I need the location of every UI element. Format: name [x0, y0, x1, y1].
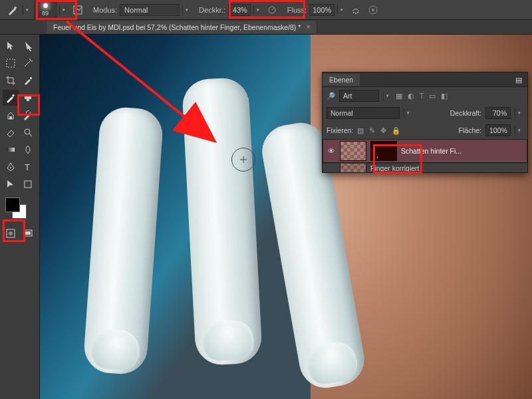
current-tool-icon [5, 3, 20, 17]
artboard-tool[interactable] [20, 38, 36, 54]
brush-preset-picker[interactable]: 89 [34, 1, 57, 19]
layer-thumb[interactable] [340, 141, 366, 161]
options-bar: ▾ 89 ▾ Modus: Normal ▾ Deckkr.: 43% ▾ Fl… [0, 0, 532, 20]
flow-label: Fluss: [287, 6, 307, 14]
svg-point-20 [9, 231, 13, 235]
svg-rect-1 [74, 6, 82, 14]
layer-thumb[interactable] [340, 163, 366, 172]
mode-dd[interactable]: ▾ [182, 5, 191, 15]
visibility-toggle[interactable]: 👁 [327, 147, 336, 155]
lock-all-icon[interactable]: 🔒 [392, 126, 400, 135]
document-tab[interactable]: Feuer und Eis by MDI.psd bei 57,2% (Scha… [47, 21, 317, 33]
layer-row[interactable]: Finger korrigiert [323, 163, 527, 172]
flow-dd[interactable]: ▾ [337, 5, 346, 15]
brush-size-value: 89 [42, 10, 49, 17]
opacity-label: Deckkr.: [199, 6, 225, 14]
blend-dd[interactable]: ▾ [404, 108, 412, 118]
lock-trans-icon[interactable]: ▨ [357, 126, 364, 135]
lock-pixels-icon[interactable]: ✎ [369, 126, 375, 135]
pressure-size-icon[interactable] [366, 3, 380, 17]
color-swatches[interactable] [5, 198, 28, 220]
layer-mask-thumb[interactable] [370, 141, 397, 161]
layer-opacity-input[interactable]: 70% [485, 107, 511, 119]
document-tab-row: Feuer und Eis by MDI.psd bei 57,2% (Scha… [0, 20, 532, 35]
svg-rect-10 [12, 94, 15, 97]
layer-name[interactable]: Schatten hinter Fi... [401, 147, 523, 155]
foreground-swatch[interactable] [5, 198, 20, 212]
eraser-tool[interactable] [3, 124, 19, 140]
svg-point-5 [357, 12, 358, 13]
shape-tool[interactable] [20, 176, 36, 192]
layers-panel: Ebenen ▤ 🔎 Art ▾ ▦ ◐ T ▭ ◧ Normal ▾ Deck… [322, 72, 528, 173]
airbrush-icon[interactable] [348, 3, 363, 17]
brush-panel-toggle-icon[interactable] [70, 3, 85, 17]
svg-point-3 [353, 12, 354, 13]
layers-tab[interactable]: Ebenen [323, 74, 360, 86]
history-brush-tool[interactable] [20, 107, 36, 123]
pen-tool[interactable] [3, 159, 19, 175]
tool-preset-dd[interactable]: ▾ [23, 5, 31, 15]
svg-text:T: T [25, 162, 30, 172]
lock-pos-icon[interactable]: ✥ [380, 126, 386, 135]
move-tool[interactable] [3, 38, 19, 54]
type-tool[interactable]: T [20, 159, 36, 175]
crop-tool[interactable] [3, 72, 19, 88]
fx-filter-icon[interactable]: ◐ [408, 92, 414, 100]
document-tab-title: Feuer und Eis by MDI.psd bei 57,2% (Scha… [53, 23, 301, 31]
mode-label: Modus: [93, 6, 117, 14]
layer-opacity-label: Deckkraft: [450, 109, 481, 117]
path-select-tool[interactable] [3, 176, 19, 192]
svg-rect-15 [7, 148, 15, 152]
layer-row[interactable]: 👁 Schatten hinter Fi... [323, 139, 527, 163]
svg-point-14 [25, 129, 30, 134]
layer-opacity-dd[interactable]: ▾ [515, 108, 523, 118]
svg-rect-18 [25, 181, 31, 188]
image-filter-icon[interactable]: ▦ [396, 92, 402, 100]
svg-rect-8 [7, 59, 15, 67]
flow-input[interactable]: 100% [309, 4, 334, 16]
svg-point-7 [372, 9, 374, 11]
fill-label: Fläche: [459, 126, 481, 134]
pressure-opacity-icon[interactable] [265, 3, 279, 17]
eyedropper-tool[interactable] [20, 72, 36, 88]
clone-tool[interactable] [3, 107, 19, 123]
opacity-dd[interactable]: ▾ [253, 5, 262, 15]
screen-mode-icon[interactable] [20, 225, 36, 241]
fill-dd[interactable]: ▾ [515, 126, 523, 135]
fill-input[interactable]: 100% [485, 124, 511, 136]
gradient-tool[interactable] [3, 142, 19, 158]
brush-dot-icon [43, 3, 48, 8]
smart-filter-icon[interactable]: ◧ [441, 92, 448, 100]
zoom-tool[interactable] [20, 124, 36, 140]
svg-rect-12 [27, 94, 29, 101]
kind-select[interactable]: Art [339, 90, 379, 102]
svg-rect-22 [25, 231, 31, 235]
mode-select[interactable]: Normal [120, 4, 180, 16]
svg-rect-9 [30, 77, 32, 79]
text-filter-icon[interactable]: T [420, 92, 424, 100]
brush-preset-dd[interactable]: ▾ [59, 5, 68, 15]
magic-wand-tool[interactable] [20, 55, 36, 71]
lock-label: Fixieren: [327, 126, 353, 134]
filter-icons[interactable]: ▦ ◐ T ▭ ◧ [396, 92, 448, 100]
spot-heal-tool[interactable] [20, 90, 36, 106]
svg-point-16 [10, 167, 11, 168]
quick-mask-icon[interactable] [3, 225, 19, 241]
blend-mode-select[interactable]: Normal [327, 107, 400, 119]
shape-filter-icon[interactable]: ▭ [429, 92, 436, 100]
kind-dd[interactable]: ▾ [383, 91, 392, 100]
svg-point-4 [355, 13, 356, 14]
blur-tool[interactable] [20, 142, 36, 158]
tools-panel: T [0, 35, 40, 399]
panel-menu-icon[interactable]: ▤ [510, 74, 527, 86]
layer-name[interactable]: Finger korrigiert [370, 164, 523, 172]
brush-tool[interactable] [3, 90, 19, 106]
opacity-input[interactable]: 43% [228, 4, 251, 16]
svg-rect-13 [9, 116, 12, 119]
marquee-tool[interactable] [3, 55, 19, 71]
brush-cursor [231, 148, 255, 172]
kind-icon: 🔎 [327, 92, 335, 100]
close-icon[interactable]: × [306, 23, 310, 31]
